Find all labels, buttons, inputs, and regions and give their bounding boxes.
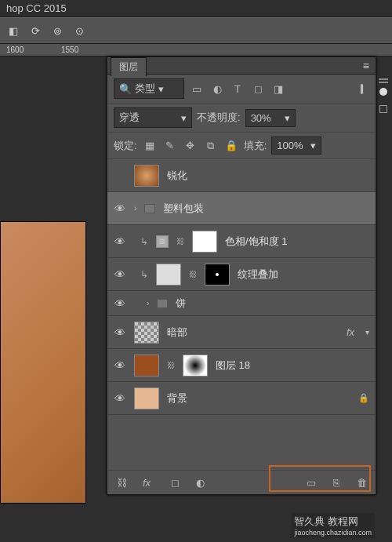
opacity-value: 30% <box>251 112 271 124</box>
add-mask-button[interactable]: ◻ <box>167 475 183 489</box>
foreground-swatch[interactable] <box>379 88 387 96</box>
mask-link-icon[interactable]: ⛓ <box>176 237 184 246</box>
filter-shape-icon[interactable]: ◻ <box>250 82 266 96</box>
filter-smart-icon[interactable]: ◨ <box>270 82 286 96</box>
watermark: 智久典 教程网 jiaocheng.chazidian.com <box>291 513 375 538</box>
filter-pixel-icon[interactable]: ▭ <box>189 82 205 96</box>
layer-name[interactable]: 色相/饱和度 1 <box>225 235 369 249</box>
filter-kind-label: 类型 <box>135 82 155 96</box>
fill-value: 100% <box>277 140 303 151</box>
expand-icon[interactable]: › <box>134 204 136 213</box>
layer-row[interactable]: 👁 暗部 fx ▾ <box>107 316 376 349</box>
layer-mask-thumbnail[interactable] <box>205 264 230 286</box>
options-bar: ◧ ⟳ ⊚ ⊙ <box>0 17 392 44</box>
layer-group-row[interactable]: 👁 › 饼 <box>107 291 376 316</box>
tool-icon-4[interactable]: ⊙ <box>71 22 88 39</box>
visibility-toggle[interactable]: 👁 <box>114 297 126 310</box>
layer-group-row[interactable]: 👁 › 塑料包装 <box>107 192 376 225</box>
canvas-preview[interactable] <box>0 221 86 504</box>
visibility-toggle[interactable]: 👁 <box>114 359 126 372</box>
mask-link-icon[interactable]: ⛓ <box>189 270 197 278</box>
fill-input[interactable]: 100% ▾ <box>271 136 321 155</box>
layer-filter-row: 🔍 类型 ▾ ▭ ◐ T ◻ ◨ ⏽ <box>107 75 376 104</box>
layer-name[interactable]: 纹理叠加 <box>238 267 369 282</box>
lock-position-icon[interactable]: ✥ <box>183 139 198 153</box>
layer-thumbnail[interactable] <box>134 165 159 187</box>
lock-fill-row: 锁定: ▦ ✎ ✥ ⧉ 🔒 填充: 100% ▾ <box>107 133 376 159</box>
folder-icon <box>157 299 168 308</box>
lock-brush-icon[interactable]: ✎ <box>162 139 178 153</box>
background-swatch[interactable] <box>379 105 387 113</box>
layer-thumbnail[interactable] <box>134 322 159 344</box>
layer-name[interactable]: 暗部 <box>167 326 339 340</box>
folder-icon <box>144 204 155 213</box>
chevron-down-icon: ▾ <box>181 112 187 124</box>
filter-toggle-icon[interactable]: ⏽ <box>354 82 369 96</box>
tool-icon-2[interactable]: ⟳ <box>27 22 44 39</box>
panel-tab-bar: 图层 ≡ <box>107 57 376 75</box>
visibility-toggle[interactable]: 👁 <box>114 392 126 405</box>
visibility-toggle[interactable]: 👁 <box>114 202 126 215</box>
layer-row[interactable]: 👁 背景 🔒 <box>107 382 376 415</box>
lock-transparency-icon[interactable]: ▦ <box>142 139 158 153</box>
layers-list: 锐化 👁 › 塑料包装 👁 ↳ ▥ ⛓ 色相/饱和度 1 👁 ↳ ⛓ <box>107 159 376 415</box>
layers-panel-footer: ⛓ fx ◻ ◐ ▭ ⎘ 🗑 <box>107 470 376 494</box>
app-title: hop CC 2015 <box>6 2 67 14</box>
layer-name[interactable]: 背景 <box>167 391 350 406</box>
layer-thumbnail[interactable] <box>134 387 159 409</box>
visibility-toggle[interactable]: 👁 <box>114 268 126 281</box>
expand-icon[interactable]: › <box>147 299 149 307</box>
layer-name[interactable]: 塑料包装 <box>163 202 369 216</box>
visibility-toggle[interactable]: 👁 <box>114 326 126 339</box>
blend-mode-value: 穿透 <box>119 111 140 125</box>
filter-kind-dropdown[interactable]: 🔍 类型 ▾ <box>114 78 184 99</box>
watermark-line1: 智久典 教程网 <box>294 515 372 529</box>
adjustment-icon: ▥ <box>156 235 169 248</box>
chevron-down-icon: ▾ <box>285 112 290 124</box>
layer-style-button[interactable]: fx <box>139 475 154 489</box>
layer-name[interactable]: 饼 <box>176 296 369 311</box>
layer-mask-thumbnail[interactable] <box>183 355 208 376</box>
tool-icon-3[interactable]: ⊚ <box>49 22 66 39</box>
panel-menu-icon[interactable]: ≡ <box>360 60 372 72</box>
ruler-mark: 1600 <box>6 45 24 54</box>
adjustment-layer-button[interactable]: ◐ <box>192 475 208 489</box>
blend-mode-dropdown[interactable]: 穿透 ▾ <box>114 107 192 128</box>
layer-row[interactable]: 👁 ↳ ⛓ 纹理叠加 <box>107 258 376 291</box>
filter-type-icon[interactable]: T <box>230 82 245 96</box>
tab-layers[interactable]: 图层 <box>111 57 147 76</box>
layer-thumbnail[interactable] <box>134 355 159 376</box>
layer-name[interactable]: 图层 18 <box>216 358 369 373</box>
visibility-toggle[interactable]: 👁 <box>114 235 126 248</box>
layer-row[interactable]: 👁 ⛓ 图层 18 <box>107 349 376 382</box>
swatch-strip <box>379 88 387 113</box>
new-layer-button[interactable]: ⎘ <box>328 475 344 489</box>
delete-layer-button[interactable]: 🗑 <box>354 475 369 489</box>
mask-link-icon[interactable]: ⛓ <box>167 361 175 369</box>
tool-icon-1[interactable]: ◧ <box>5 22 22 39</box>
opacity-input[interactable]: 30% ▾ <box>245 109 296 127</box>
panel-collapse-strip[interactable] <box>378 78 389 83</box>
lock-label: 锁定: <box>114 139 137 153</box>
link-layers-button[interactable]: ⛓ <box>114 475 129 489</box>
chevron-down-icon: ▾ <box>158 83 164 95</box>
filter-adjustment-icon[interactable]: ◐ <box>209 82 225 96</box>
clip-indicator-icon: ↳ <box>140 236 148 247</box>
layer-mask-thumbnail[interactable] <box>192 231 217 253</box>
fx-expand-icon[interactable]: ▾ <box>365 328 369 336</box>
clip-indicator-icon: ↳ <box>140 269 148 280</box>
layer-name[interactable]: 锐化 <box>167 169 369 183</box>
fx-badge[interactable]: fx <box>347 326 354 338</box>
layer-thumbnail[interactable] <box>156 264 181 286</box>
lock-all-icon[interactable]: 🔒 <box>223 139 239 153</box>
layers-panel: 图层 ≡ 🔍 类型 ▾ ▭ ◐ T ◻ ◨ ⏽ 穿透 ▾ 不透明度: 30% <box>107 56 376 495</box>
layer-row[interactable]: 👁 ↳ ▥ ⛓ 色相/饱和度 1 <box>107 225 376 258</box>
fill-label: 填充: <box>244 139 267 153</box>
layer-row[interactable]: 锐化 <box>107 159 376 192</box>
lock-artboard-icon[interactable]: ⧉ <box>203 139 219 153</box>
lock-icon: 🔒 <box>358 393 369 403</box>
ruler-mark: 1550 <box>61 45 78 54</box>
new-group-button[interactable]: ▭ <box>303 475 319 489</box>
visibility-toggle[interactable] <box>114 169 126 182</box>
blend-opacity-row: 穿透 ▾ 不透明度: 30% ▾ <box>107 104 376 133</box>
